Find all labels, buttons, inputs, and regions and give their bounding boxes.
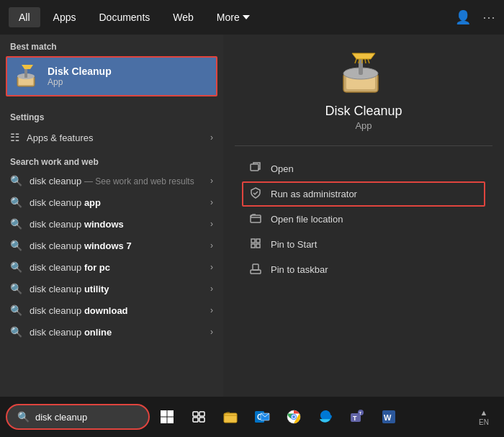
taskbar-word-button[interactable]: W [374, 402, 403, 431]
run-admin-action[interactable]: Run as administrator [242, 181, 485, 207]
top-nav: All Apps Documents Web More 👤 ⋯ [0, 0, 504, 35]
search-result-3[interactable]: 🔍 disk cleanup windows › [0, 213, 223, 235]
chevron-right-icon-4: › [210, 240, 213, 251]
chevron-right-icon-2: › [210, 197, 213, 207]
taskbar-system-icons[interactable]: ▲ EN [469, 402, 498, 431]
svg-rect-29 [193, 418, 198, 422]
taskbar-search-icon: 🔍 [17, 411, 30, 423]
search-icon-7: 🔍 [10, 305, 22, 316]
folder-icon [249, 212, 262, 226]
search-result-2[interactable]: 🔍 disk cleanup app › [0, 192, 223, 213]
best-match-item[interactable]: Disk Cleanup App [6, 56, 217, 96]
taskbar-search-text: disk cleanup [35, 412, 87, 423]
chevron-right-icon: › [210, 132, 213, 143]
search-icon-6: 🔍 [10, 283, 22, 294]
taskbar-outlook-button[interactable]: O [248, 402, 276, 431]
svg-text:W: W [384, 413, 392, 422]
best-match-title: Disk Cleanup [48, 66, 112, 77]
taskbar-teams-button[interactable]: T T [343, 402, 372, 431]
svg-rect-15 [251, 164, 258, 171]
apps-features-item[interactable]: ☷ Apps & features › [0, 127, 223, 148]
divider [235, 145, 492, 146]
search-result-text-2: disk cleanup app [30, 197, 210, 208]
main-content: Best match Disk Cleanup App Settings [0, 35, 504, 397]
svg-marker-9 [352, 53, 375, 59]
svg-line-10 [355, 59, 356, 63]
svg-rect-26 [168, 418, 174, 424]
pin-taskbar-text: Pin to taskbar [271, 264, 328, 275]
taskbar-taskview-button[interactable] [184, 402, 213, 431]
pin-taskbar-action[interactable]: Pin to taskbar [242, 257, 485, 282]
svg-rect-28 [199, 412, 204, 416]
search-result-text-8: disk cleanup online [30, 327, 210, 338]
nav-documents[interactable]: Documents [89, 7, 160, 27]
svg-text:T: T [353, 415, 357, 422]
left-panel: Best match Disk Cleanup App Settings [0, 35, 223, 397]
pin-start-icon [249, 238, 262, 251]
pin-taskbar-icon [249, 263, 262, 276]
taskbar-chrome-button[interactable] [279, 402, 308, 431]
search-result-6[interactable]: 🔍 disk cleanup utility › [0, 278, 223, 299]
search-result-text-1: disk cleanup — See work and web results [30, 176, 210, 186]
taskbar-edge-button[interactable] [311, 402, 340, 431]
svg-rect-25 [161, 418, 167, 424]
right-panel: Disk Cleanup App Open [223, 35, 504, 397]
disk-cleanup-icon-small [14, 63, 40, 89]
svg-rect-23 [161, 410, 167, 417]
chevron-right-icon-3: › [210, 219, 213, 229]
chevron-right-icon-6: › [210, 284, 213, 294]
search-result-text-4: disk cleanup windows 7 [30, 240, 210, 251]
search-icon-8: 🔍 [10, 326, 22, 338]
svg-rect-19 [251, 244, 255, 248]
chevron-right-icon-7: › [210, 305, 213, 315]
svg-rect-22 [253, 264, 258, 270]
svg-rect-31 [224, 413, 237, 423]
search-result-4[interactable]: 🔍 disk cleanup windows 7 › [0, 235, 223, 256]
search-web-label: Search work and web [0, 151, 223, 170]
svg-point-39 [292, 415, 295, 418]
svg-rect-17 [251, 239, 255, 243]
taskbar-search-box[interactable]: 🔍 disk cleanup [6, 404, 150, 430]
search-icon-4: 🔍 [10, 240, 22, 251]
taskbar-right-area: ▲ EN [469, 402, 498, 431]
taskbar-windows-button[interactable] [153, 402, 181, 431]
nav-more[interactable]: More [207, 7, 260, 27]
svg-line-13 [365, 59, 366, 63]
open-icon [249, 162, 262, 176]
user-icon[interactable]: 👤 [455, 9, 471, 25]
apps-features-text: Apps & features [27, 132, 210, 143]
apps-features-icon: ☷ [10, 131, 19, 144]
taskbar: 🔍 disk cleanup O [0, 397, 504, 437]
svg-line-14 [368, 59, 369, 63]
chevron-right-icon-5: › [210, 262, 213, 272]
best-match-label: Best match [0, 35, 223, 56]
search-result-7[interactable]: 🔍 disk cleanup download › [0, 299, 223, 321]
open-action[interactable]: Open [242, 156, 485, 181]
search-result-1[interactable]: 🔍 disk cleanup — See work and web result… [0, 170, 223, 192]
taskbar-explorer-button[interactable] [216, 402, 245, 431]
run-admin-text: Run as administrator [271, 189, 357, 199]
search-result-5[interactable]: 🔍 disk cleanup for pc › [0, 256, 223, 278]
right-app-title: Disk Cleanup [325, 104, 402, 119]
svg-rect-18 [256, 239, 260, 243]
nav-web[interactable]: Web [163, 7, 204, 27]
open-file-location-text: Open file location [271, 214, 343, 225]
search-icon-2: 🔍 [10, 197, 22, 208]
search-result-8[interactable]: 🔍 disk cleanup online › [0, 321, 223, 343]
svg-rect-27 [193, 412, 198, 416]
search-web-section: Search work and web 🔍 disk cleanup — See… [0, 151, 223, 343]
right-app-sub: App [355, 120, 372, 131]
best-match-sub: App [48, 77, 112, 87]
svg-marker-4 [22, 65, 33, 69]
nav-apps[interactable]: Apps [43, 7, 86, 27]
svg-line-11 [359, 59, 359, 63]
open-file-location-action[interactable]: Open file location [242, 207, 485, 232]
search-result-text-5: disk cleanup for pc [30, 262, 210, 273]
search-result-text-3: disk cleanup windows [30, 219, 210, 230]
more-options-icon[interactable]: ⋯ [482, 9, 495, 25]
pin-start-action[interactable]: Pin to Start [242, 232, 485, 257]
nav-all[interactable]: All [9, 7, 40, 27]
chevron-down-icon [243, 14, 250, 21]
svg-rect-16 [251, 215, 261, 222]
svg-rect-20 [256, 244, 260, 248]
